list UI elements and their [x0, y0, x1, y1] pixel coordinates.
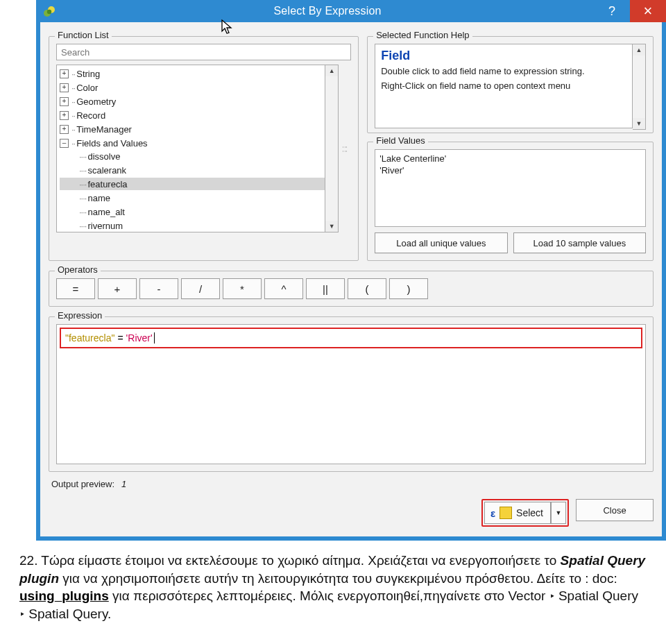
op-equals-button[interactable]: =	[56, 278, 95, 299]
triangle-icon: ‣	[549, 591, 555, 602]
help-button[interactable]: ?	[594, 0, 630, 22]
op-plus-button[interactable]: +	[98, 278, 137, 299]
help-pane: Field Double click to add field name to …	[375, 44, 633, 128]
select-button-label: Select	[516, 507, 543, 518]
close-window-button[interactable]: ×	[630, 0, 666, 22]
help-text-1: Double click to add field name to expres…	[381, 66, 628, 76]
op-minus-button[interactable]: -	[139, 278, 178, 299]
field-value-item[interactable]: 'Lake Centerline'	[379, 153, 641, 164]
epsilon-icon: ε	[490, 507, 495, 519]
tree-child[interactable]: ····scalerank	[60, 164, 325, 176]
op-power-button[interactable]: ^	[264, 278, 303, 299]
expression-highlight: "featurecla" = 'River'	[60, 328, 642, 348]
expression-eq-token: =	[117, 332, 123, 344]
select-icon	[500, 507, 512, 519]
help-scrollbar[interactable]: ▲ ▼	[633, 44, 646, 130]
splitter-handle[interactable]: ⋮⋮	[341, 65, 348, 232]
scroll-down-icon[interactable]: ▼	[325, 221, 338, 232]
collapse-icon[interactable]: –	[60, 139, 69, 148]
output-preview: Output preview: 1	[51, 479, 654, 489]
expand-icon[interactable]: +	[60, 111, 69, 120]
op-divide-button[interactable]: /	[181, 278, 220, 299]
tree-child[interactable]: ····name_alt	[60, 205, 325, 218]
tree-item-label: Geometry	[76, 96, 116, 107]
op-close-paren-button[interactable]: )	[389, 278, 428, 299]
select-dropdown-button[interactable]: ▼	[551, 502, 566, 524]
scroll-up-icon[interactable]: ▲	[633, 44, 645, 56]
window-title: Select By Expression	[61, 5, 594, 17]
selected-function-help-group: Selected Function Help Field Double clic…	[367, 36, 654, 133]
field-values-legend: Field Values	[373, 135, 428, 146]
field-value-item[interactable]: 'River'	[379, 164, 641, 176]
help-text-2: Right-Click on field name to open contex…	[381, 80, 628, 91]
expand-icon[interactable]: +	[60, 125, 69, 134]
search-input[interactable]	[56, 44, 351, 60]
titlebar: Select By Expression ? ×	[36, 0, 666, 22]
triangle-icon: ‣	[19, 609, 25, 620]
help-title: Field	[381, 49, 628, 63]
expression-field-token: "featurecla"	[65, 332, 114, 344]
output-preview-value: 1	[121, 479, 126, 489]
operators-legend: Operators	[55, 264, 101, 275]
op-open-paren-button[interactable]: (	[348, 278, 386, 299]
tree-item-label: String	[76, 69, 100, 79]
dialog-body: Function List +··String +··Color +··Geom…	[36, 22, 666, 541]
expression-string-token: 'River'	[126, 332, 153, 344]
tree-child[interactable]: ····dissolve	[60, 150, 325, 162]
tree-item-label: TimeManager	[76, 124, 132, 135]
tree-child-selected[interactable]: ····featurecla	[60, 178, 325, 190]
output-preview-label: Output preview:	[51, 479, 114, 489]
tree-item-label: Record	[76, 110, 105, 121]
operators-group: Operators = + - / * ^ || ( )	[49, 271, 654, 307]
scroll-down-icon[interactable]: ▼	[633, 118, 645, 129]
op-multiply-button[interactable]: *	[223, 278, 262, 299]
function-list-legend: Function List	[55, 30, 112, 40]
expand-icon[interactable]: +	[60, 97, 69, 106]
help-legend: Selected Function Help	[373, 30, 472, 40]
load-sample-values-button[interactable]: Load 10 sample values	[513, 232, 646, 253]
tree-child[interactable]: ····name	[60, 192, 325, 204]
tree-child[interactable]: ····rivernum	[60, 219, 325, 232]
chevron-down-icon: ▼	[556, 509, 562, 516]
step-number: 22.	[19, 553, 41, 568]
window-buttons: ? ×	[594, 0, 666, 22]
using-plugins-link[interactable]: using_plugins	[19, 588, 109, 603]
text-caret-icon	[154, 332, 155, 344]
tree-item-label: Fields and Values	[76, 138, 147, 149]
expression-legend: Expression	[55, 310, 105, 321]
field-values-list[interactable]: 'Lake Centerline' 'River'	[375, 149, 646, 227]
expression-editor[interactable]: "featurecla" = 'River'	[56, 324, 646, 464]
select-button[interactable]: ε Select	[484, 502, 551, 524]
scroll-up-icon[interactable]: ▲	[325, 65, 338, 76]
close-button[interactable]: Close	[576, 499, 654, 521]
svg-point-2	[47, 10, 51, 14]
expand-icon[interactable]: +	[60, 69, 69, 78]
op-concat-button[interactable]: ||	[306, 278, 345, 299]
tree-item-label: Color	[76, 83, 98, 93]
expression-group: Expression "featurecla" = 'River'	[49, 316, 654, 472]
function-tree[interactable]: +··String +··Color +··Geometry +··Record…	[56, 65, 325, 232]
select-button-highlight: ε Select ▼	[481, 499, 569, 527]
field-values-group: Field Values 'Lake Centerline' 'River' L…	[367, 142, 654, 261]
load-all-unique-values-button[interactable]: Load all unique values	[375, 232, 507, 253]
instruction-paragraph: 22. Τώρα είμαστε έτοιμοι να εκτελέσουμε …	[19, 552, 647, 623]
expand-icon[interactable]: +	[60, 83, 69, 92]
app-icon	[43, 5, 56, 17]
tree-scrollbar[interactable]: ▲ ▼	[325, 65, 339, 232]
function-list-group: Function List +··String +··Color +··Geom…	[49, 36, 359, 261]
